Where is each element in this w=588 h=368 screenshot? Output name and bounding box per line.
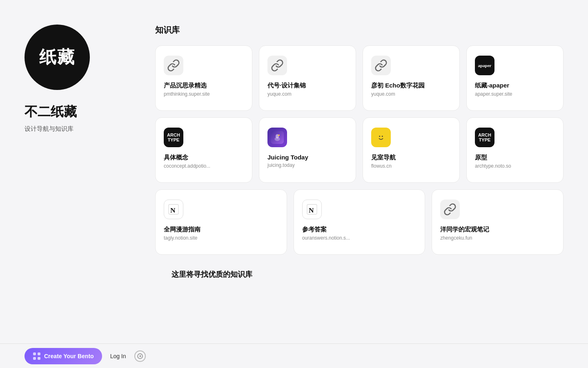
card-url: archtype.noto.so bbox=[475, 163, 511, 169]
profile-desc: 设计导航与知识库 bbox=[24, 125, 74, 133]
card-yuanxing[interactable]: ARCHTYPE 原型 archtype.noto.so bbox=[466, 117, 564, 183]
avatar: 纸藏 bbox=[24, 25, 90, 90]
create-bento-label: Create Your Bento bbox=[44, 353, 94, 359]
smiley-icon bbox=[371, 128, 391, 147]
main-content: 知识库 产品沉思录精选 pmthinking.super.site bbox=[139, 0, 588, 368]
card-quanwang[interactable]: N 全网漫游指南 tagly.notion.site bbox=[155, 189, 287, 255]
svg-text:N: N bbox=[309, 206, 314, 214]
avatar-text: 纸藏 bbox=[39, 46, 75, 69]
card-url: apaper.super.site bbox=[475, 91, 512, 97]
link-icon-daihao bbox=[267, 56, 287, 75]
card-title: 产品沉思录精选 bbox=[164, 82, 207, 90]
svg-point-7 bbox=[382, 136, 383, 137]
svg-rect-14 bbox=[33, 357, 36, 360]
card-url: tagly.notion.site bbox=[164, 235, 198, 241]
login-button[interactable]: Log In bbox=[109, 350, 128, 363]
card-title: 具体概念 bbox=[164, 154, 188, 162]
card-title: 洋同学的宏观笔记 bbox=[440, 226, 489, 233]
svg-rect-13 bbox=[38, 352, 40, 355]
archtype-icon-yuanxing: ARCHTYPE bbox=[475, 128, 494, 147]
card-jianzhi[interactable]: 见室导航 flowus.cn bbox=[363, 117, 460, 183]
profile-name: 不二纸藏 bbox=[24, 103, 77, 121]
card-cankao[interactable]: N 参考答案 ouranswers.notion.s... bbox=[294, 189, 425, 255]
card-url: flowus.cn bbox=[371, 163, 392, 169]
footer-bar: Create Your Bento Log In bbox=[0, 343, 588, 368]
card-echo[interactable]: 彦初 Echo数字花园 yuque.com bbox=[363, 45, 460, 111]
notion-icon-quanwang: N bbox=[164, 200, 183, 219]
create-bento-button[interactable]: Create Your Bento bbox=[24, 348, 102, 364]
svg-point-5 bbox=[377, 134, 385, 141]
card-title: 全网漫游指南 bbox=[164, 226, 200, 233]
card-url: pmthinking.super.site bbox=[164, 91, 210, 97]
card-juti[interactable]: ARCHTYPE 具体概念 coconcept.addpotio... bbox=[155, 117, 252, 183]
card-juicing[interactable]: Juicing Today juicing.today bbox=[259, 117, 356, 183]
notion-icon-cankao: N bbox=[302, 200, 322, 219]
apaper-icon: apaper bbox=[475, 56, 494, 75]
svg-rect-15 bbox=[38, 357, 40, 360]
archtype-icon-juti: ARCHTYPE bbox=[164, 128, 183, 147]
card-url: yuque.com bbox=[371, 91, 395, 97]
sidebar: 纸藏 不二纸藏 设计导航与知识库 bbox=[0, 0, 139, 368]
card-daihao[interactable]: 代号·设计集锦 yuque.com bbox=[259, 45, 356, 111]
link-icon-pmthinking bbox=[164, 56, 183, 75]
card-yangtong[interactable]: 洋同学的宏观笔记 zhengceku.fun bbox=[432, 189, 564, 255]
link-icon-yangtong bbox=[440, 200, 460, 219]
card-title: 参考答案 bbox=[302, 226, 327, 233]
card-title: 彦初 Echo数字花园 bbox=[371, 82, 425, 90]
card-pmthinking[interactable]: 产品沉思录精选 pmthinking.super.site bbox=[155, 45, 252, 111]
login-label: Log In bbox=[110, 353, 126, 359]
row3-grid: N 全网漫游指南 tagly.notion.site N 参考答案 ourans… bbox=[155, 189, 564, 255]
svg-point-3 bbox=[278, 135, 280, 136]
card-title: 纸藏-apaper bbox=[475, 82, 509, 90]
card-url: yuque.com bbox=[267, 91, 292, 97]
card-apaper[interactable]: apaper 纸藏-apaper apaper.super.site bbox=[466, 45, 564, 111]
card-url: juicing.today bbox=[267, 162, 295, 168]
bottom-section: 这里将寻找优质的知识库 bbox=[155, 261, 564, 312]
juicing-icon bbox=[267, 128, 287, 147]
arrow-icon bbox=[137, 353, 143, 359]
bottom-title: 这里将寻找优质的知识库 bbox=[172, 269, 539, 279]
card-title: 代号·设计集锦 bbox=[267, 82, 306, 90]
bento-grid-icon bbox=[33, 352, 41, 360]
card-url: coconcept.addpotio... bbox=[164, 163, 210, 169]
link-icon-echo bbox=[371, 56, 391, 75]
card-url: zhengceku.fun bbox=[440, 235, 472, 241]
card-title: 原型 bbox=[475, 154, 487, 162]
row2-grid: ARCHTYPE 具体概念 coconcept.addpotio... bbox=[155, 117, 564, 183]
section-title: 知识库 bbox=[155, 25, 564, 36]
card-title: 见室导航 bbox=[371, 154, 396, 162]
card-url: ouranswers.notion.s... bbox=[302, 235, 350, 241]
row1-grid: 产品沉思录精选 pmthinking.super.site 代号·设计集锦 yu… bbox=[155, 45, 564, 111]
svg-rect-12 bbox=[33, 352, 36, 355]
svg-text:N: N bbox=[170, 206, 176, 214]
circle-button[interactable] bbox=[134, 350, 146, 362]
card-title: Juicing Today bbox=[267, 154, 308, 161]
svg-point-6 bbox=[379, 136, 380, 137]
